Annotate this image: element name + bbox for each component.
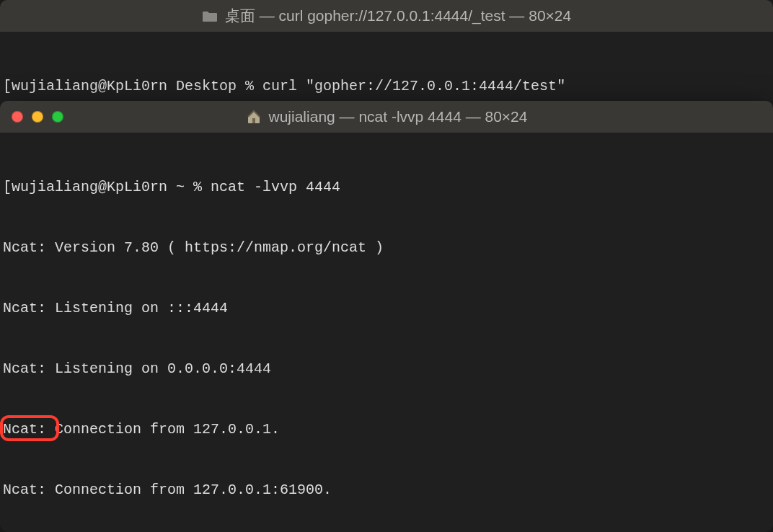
home-icon — [246, 109, 262, 125]
traffic-lights — [0, 111, 63, 123]
maximize-icon[interactable] — [52, 111, 63, 123]
terminal-window-front[interactable]: wujialiang — ncat -lvvp 4444 — 80×24 [wu… — [0, 101, 773, 532]
titlebar-back[interactable]: 桌面 — curl gopher://127.0.0.1:4444/_test … — [0, 0, 773, 32]
window-title-back: 桌面 — curl gopher://127.0.0.1:4444/_test … — [225, 6, 571, 26]
svg-rect-0 — [252, 118, 255, 123]
close-icon[interactable] — [12, 111, 23, 123]
window-title-front: wujialiang — ncat -lvvp 4444 — 80×24 — [269, 108, 528, 125]
terminal-line: Ncat: Version 7.80 ( https://nmap.org/nc… — [3, 238, 767, 258]
terminal-line: Ncat: Listening on :::4444 — [3, 298, 767, 319]
terminal-line: Ncat: Connection from 127.0.0.1. — [3, 420, 767, 440]
terminal-line: [wujialiang@KpLi0rn ~ % ncat -lvvp 4444 — [3, 177, 767, 198]
window-title-content-front: wujialiang — ncat -lvvp 4444 — 80×24 — [0, 101, 773, 133]
minimize-icon[interactable] — [32, 111, 43, 123]
terminal-line: [wujialiang@KpLi0rn Desktop % curl "goph… — [3, 76, 767, 97]
terminal-body-front[interactable]: [wujialiang@KpLi0rn ~ % ncat -lvvp 4444 … — [0, 133, 773, 532]
terminal-line: Ncat: Connection from 127.0.0.1:61900. — [3, 480, 767, 500]
terminal-line: Ncat: Listening on 0.0.0.0:4444 — [3, 359, 767, 379]
titlebar-front[interactable]: wujialiang — ncat -lvvp 4444 — 80×24 — [0, 101, 773, 133]
folder-icon — [202, 9, 218, 23]
window-title-content-back: 桌面 — curl gopher://127.0.0.1:4444/_test … — [0, 0, 773, 32]
